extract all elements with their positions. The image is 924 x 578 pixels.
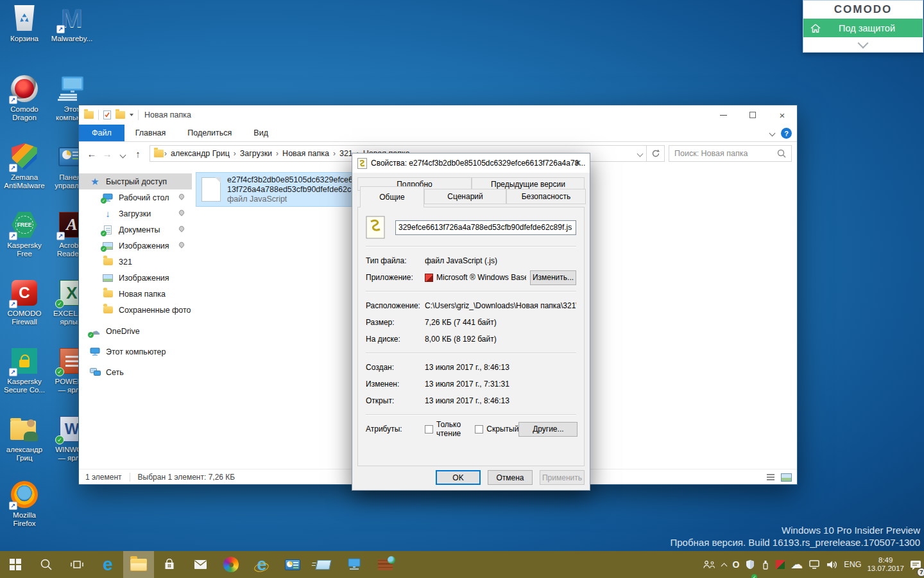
hidden-checkbox[interactable] <box>475 425 483 434</box>
apply-button[interactable]: Применить <box>540 470 585 485</box>
quick-access-newfolder-icon[interactable] <box>116 111 125 119</box>
file-name-line2: 13f726a4a788ed53cfb90dfefde62c... <box>227 185 352 194</box>
tab-share[interactable]: Поделиться <box>176 125 243 141</box>
cancel-button[interactable]: Отмена <box>488 470 533 485</box>
search-icon <box>40 558 53 571</box>
taskbar-store-button[interactable] <box>154 551 185 578</box>
thumbnail-view-button[interactable] <box>781 473 792 482</box>
change-app-button[interactable]: Изменить... <box>530 270 576 285</box>
taskbar-mail-button[interactable] <box>185 551 216 578</box>
taskbar-search-button[interactable] <box>31 551 62 578</box>
hidden-label: Скрытый <box>486 425 518 434</box>
action-center-button[interactable]: 7 <box>910 551 921 578</box>
sidebar-item-321[interactable]: 321 <box>79 254 192 270</box>
ribbon-collapse-icon[interactable] <box>769 130 776 137</box>
search-box[interactable]: Поиск: Новая папка <box>669 145 792 162</box>
tab-home[interactable]: Главная <box>124 125 177 141</box>
tray-expand-button[interactable] <box>722 551 726 578</box>
other-attributes-button[interactable]: Другие... <box>518 422 578 437</box>
sidebar-item-pictures[interactable]: ✓ Изображения <box>79 238 192 254</box>
people-icon[interactable] <box>703 551 716 578</box>
readonly-checkbox[interactable] <box>425 425 433 434</box>
watermark-line2: Пробная версия. Build 16193.rs_prereleas… <box>671 536 921 548</box>
language-indicator[interactable]: ENG <box>844 551 861 578</box>
desktop-icon-recycle-bin[interactable]: Корзина <box>1 4 47 43</box>
quick-access-properties-icon[interactable] <box>103 110 111 119</box>
defender-tray-icon[interactable]: ✓ <box>745 551 755 578</box>
taskbar-firewall-button[interactable] <box>370 551 400 578</box>
comodo-tray-icon[interactable]: O <box>732 551 739 578</box>
dialog-tabs: Подробно Предыдущие версии Общие Сценари… <box>357 177 585 207</box>
help-icon[interactable]: ? <box>781 128 792 139</box>
taskbar-explorer-button[interactable] <box>123 551 154 578</box>
dialog-title: Свойства: e27f4cf3b2db0e85105dc6329efce6… <box>371 159 585 168</box>
sidebar-item-desktop[interactable]: ✓ Рабочий стол <box>79 189 192 206</box>
explorer-titlebar[interactable]: Новая папка × <box>79 105 797 125</box>
taskbar-quick-window-button[interactable] <box>308 551 339 578</box>
taskbar-control-panel-button[interactable] <box>277 551 308 578</box>
maximize-button[interactable] <box>738 105 767 125</box>
kaspersky-tray-icon[interactable] <box>776 551 785 578</box>
shortcut-arrow-icon: ↗ <box>9 96 17 104</box>
comodo-expand-button[interactable] <box>803 37 923 52</box>
up-button[interactable]: ↑ <box>130 148 146 159</box>
desktop-icon-kaspersky-secure[interactable]: ↗ Kaspersky Secure Co... <box>1 347 47 394</box>
breadcrumb-item[interactable]: Новая папка <box>279 149 332 158</box>
address-dropdown-icon[interactable] <box>637 150 644 157</box>
desktop-icon-comodo-dragon[interactable]: ↗ Comodo Dragon <box>1 74 47 122</box>
desktop-icon-malwarebytes[interactable]: M↗ Malwareby... <box>49 4 95 43</box>
breadcrumb-item[interactable]: Загрузки <box>237 149 275 158</box>
dialog-close-button[interactable]: × <box>567 153 590 173</box>
tab-security[interactable]: Безопасность <box>506 189 586 204</box>
download-arrow-icon: ↓ <box>106 209 110 219</box>
tab-general[interactable]: Общие <box>360 186 424 207</box>
tab-file[interactable]: Файл <box>79 125 124 141</box>
filename-input[interactable]: 329efce6613f726a4a788ed53cfb90dfefde62c8… <box>395 220 576 235</box>
breadcrumb-folder-icon <box>154 150 164 157</box>
taskbar-paint-button[interactable] <box>216 551 246 578</box>
desktop-icon-comodo-firewall[interactable]: C↗ COMODO Firewall <box>1 279 47 326</box>
sidebar-item-quick-access[interactable]: ★ Быстрый доступ <box>79 173 192 189</box>
volume-tray-icon[interactable] <box>826 551 838 578</box>
onedrive-tray-icon[interactable]: ☁ <box>791 551 803 578</box>
task-view-button[interactable] <box>62 551 92 578</box>
desktop-icon-firefox[interactable]: ↗ Mozilla Firefox <box>1 480 47 528</box>
tab-view[interactable]: Вид <box>243 125 279 141</box>
breadcrumb-item[interactable]: александр Гриц <box>167 149 233 158</box>
sidebar-item-downloads[interactable]: ↓ Загрузки <box>79 206 192 222</box>
taskbar-ie-button[interactable]: e <box>246 551 277 578</box>
sidebar-item-this-pc[interactable]: Этот компьютер <box>79 344 192 360</box>
desktop-icon-user-folder[interactable]: александр Гриц <box>1 415 47 462</box>
usb-tray-icon[interactable] <box>761 551 770 578</box>
forward-button[interactable]: → <box>99 148 115 159</box>
sidebar-item-new-folder[interactable]: Новая папка <box>79 286 192 302</box>
start-button[interactable] <box>0 551 31 578</box>
refresh-button[interactable] <box>647 145 665 162</box>
sidebar-item-onedrive[interactable]: ☁✓ OneDrive <box>79 323 192 339</box>
field-label: На диске: <box>366 335 425 344</box>
field-value: 13 июля 2017 г., 8:46:13 <box>425 396 576 405</box>
quick-access-dropdown-icon[interactable] <box>130 114 133 116</box>
dialog-titlebar[interactable]: Свойства: e27f4cf3b2db0e85105dc6329efce6… <box>352 153 590 173</box>
minimize-button[interactable] <box>708 105 738 125</box>
file-item-selected[interactable]: e27f4cf3b2db0e85105dc6329efce66 13f726a4… <box>196 172 357 207</box>
close-button[interactable]: × <box>767 105 797 125</box>
tab-script[interactable]: Сценарий <box>424 189 506 204</box>
window-folder-icon <box>84 111 94 119</box>
desktop-icon-kaspersky-free[interactable]: FREE↗ Kaspersky Free <box>1 211 47 258</box>
back-button[interactable]: ← <box>84 148 99 159</box>
sidebar-item-saved-photos[interactable]: Сохраненные фото <box>79 302 192 318</box>
taskbar-edge-button[interactable]: e <box>92 551 123 578</box>
comodo-status-bar[interactable]: Под защитой <box>803 19 923 37</box>
sidebar-item-documents[interactable]: ✓ Документы <box>79 222 192 238</box>
history-dropdown[interactable] <box>115 148 130 159</box>
network-tray-icon[interactable] <box>809 551 820 578</box>
sidebar-item-images[interactable]: Изображения <box>79 270 192 286</box>
taskbar-this-pc-button[interactable] <box>339 551 370 578</box>
clock[interactable]: 8:49 13.07.2017 <box>867 551 904 578</box>
ok-button[interactable]: OK <box>436 470 481 485</box>
sidebar-item-network[interactable]: Сеть <box>79 364 192 380</box>
field-value: 8,00 КБ (8 192 байт) <box>425 335 576 344</box>
details-view-button[interactable] <box>767 474 774 480</box>
desktop-icon-zemana[interactable]: ↗ Zemana AntiMalware <box>1 143 47 190</box>
